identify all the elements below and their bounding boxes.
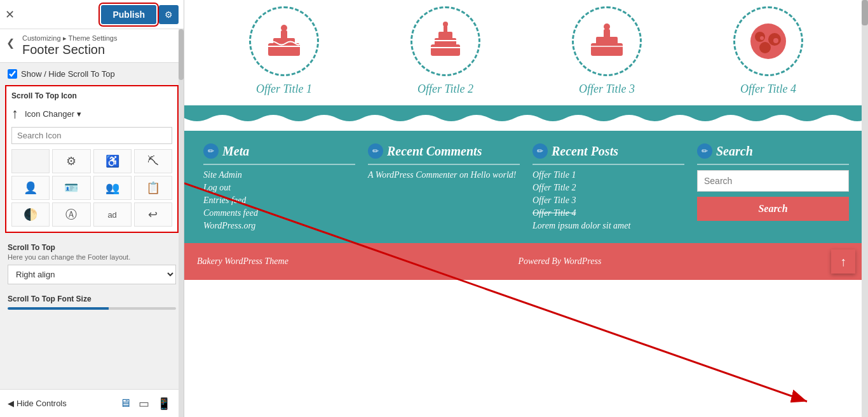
icon-cell-9[interactable]: Ⓐ	[52, 202, 90, 227]
mobile-icon-button[interactable]: 📱	[157, 397, 171, 411]
icon-changer-row: ↑ Icon Changer ▾	[11, 105, 172, 122]
rc-edit-icon[interactable]: ✏	[368, 143, 383, 159]
font-size-title: Scroll To Top Font Size	[8, 295, 176, 303]
panel-scroll-thumb	[179, 29, 184, 80]
icon-changer-label: Icon Changer	[25, 109, 74, 119]
hide-controls-icon: ◀	[8, 399, 14, 408]
align-title: Scroll To Top	[8, 243, 176, 252]
footer-link-comment-1[interactable]: A WordPress Commenter on Hello world!	[368, 170, 520, 180]
svg-point-3	[281, 25, 287, 31]
icon-cell-10[interactable]: ad	[93, 202, 132, 227]
align-section: Scroll To Top Here you can change the Fo…	[0, 238, 184, 289]
align-select[interactable]: Right align Left align Center align	[8, 265, 176, 284]
offer-circle-2	[410, 6, 480, 76]
chevron-down-icon: ▾	[77, 109, 81, 119]
publish-button[interactable]: Publish	[101, 5, 156, 24]
footer-content: ✏ Meta Site Admin Log out Entries feed C…	[184, 131, 868, 243]
back-button[interactable]: ❮	[6, 37, 15, 49]
show-hide-checkbox-row: Show / Hide Scroll To Top	[0, 63, 184, 85]
cake-icon-3	[585, 19, 629, 63]
left-panel: ✕ Publish ⚙ ❮ Customizing ▸ Theme Settin…	[0, 0, 184, 417]
icon-changer-dropdown[interactable]: Icon Changer ▾	[25, 109, 81, 119]
footer-col-recent-comments: ✏ Recent Comments A WordPress Commenter …	[368, 143, 520, 234]
show-hide-label: Show / Hide Scroll To Top	[21, 69, 115, 79]
right-scrollbar-thumb	[862, 0, 868, 25]
offer-circle-1	[249, 6, 319, 76]
footer-col-search: ✏ Search Search	[697, 143, 849, 234]
footer-link-comments-feed[interactable]: Comments feed	[203, 208, 355, 218]
icon-cell-2[interactable]: ♿	[93, 149, 132, 173]
arrow-up-icon: ↑	[11, 105, 18, 122]
meta-divider	[203, 164, 355, 165]
rp-divider	[532, 164, 684, 165]
offer-title-1: Offer Title 1	[256, 83, 312, 96]
rp-edit-icon[interactable]: ✏	[532, 143, 548, 159]
offer-item-3: Offer Title 3	[572, 6, 642, 96]
footer-col-recent-posts: ✏ Recent Posts Offer Title 1 Offer Title…	[532, 143, 684, 234]
svg-point-20	[759, 42, 771, 53]
footer-bottom-bar: Bakery WordPress Theme Powered By WordPr…	[184, 243, 868, 280]
search-icon-input[interactable]	[11, 127, 172, 144]
search-edit-icon[interactable]: ✏	[697, 143, 712, 159]
footer-search-button[interactable]: Search	[697, 197, 849, 221]
footer-wave-container: ✏ Meta Site Admin Log out Entries feed C…	[184, 105, 868, 417]
footer-search-input[interactable]	[697, 170, 849, 192]
icon-cell-11[interactable]: ↩	[134, 202, 172, 227]
desktop-icon-button[interactable]: 🖥	[119, 397, 131, 411]
font-size-slider[interactable]	[8, 307, 176, 310]
close-button[interactable]: ✕	[5, 8, 15, 22]
meta-title: Meta	[222, 144, 249, 159]
show-hide-checkbox[interactable]	[8, 69, 17, 79]
footer-link-post-5[interactable]: Lorem ipsum dolor sit amet	[532, 221, 684, 231]
cookie-icon	[746, 19, 790, 63]
offer-title-2: Offer Title 2	[417, 83, 473, 96]
rc-divider	[368, 164, 520, 165]
hide-controls-button[interactable]: ◀ Hide Controls	[8, 399, 67, 408]
icon-cell-5[interactable]: 🪪	[52, 176, 90, 200]
footer-col-rp-header: ✏ Recent Posts	[532, 143, 684, 159]
footer-col-rc-header: ✏ Recent Comments	[368, 143, 520, 159]
icon-cell-1[interactable]: ⚙	[52, 149, 90, 173]
icon-cell-6[interactable]: 👥	[93, 176, 132, 200]
svg-point-22	[773, 38, 778, 43]
icon-cell-empty-1[interactable]	[11, 149, 50, 173]
svg-point-15	[604, 23, 610, 30]
device-icons: 🖥 ▭ 📱	[119, 397, 171, 411]
svg-rect-5	[431, 44, 460, 56]
footer-link-post-2[interactable]: Offer Title 2	[532, 183, 684, 193]
offer-item-2: Offer Title 2	[410, 6, 480, 96]
footer-link-entries-feed[interactable]: Entries feed	[203, 195, 355, 206]
svg-point-17	[750, 23, 786, 59]
offer-title-4: Offer Title 4	[740, 83, 796, 96]
icon-cell-7[interactable]: 📋	[134, 176, 172, 200]
footer-columns: ✏ Meta Site Admin Log out Entries feed C…	[197, 131, 855, 243]
scroll-to-top-button[interactable]: ↑	[831, 249, 855, 274]
icon-cell-4[interactable]: 👤	[11, 176, 50, 200]
offer-circle-4	[733, 6, 803, 76]
tablet-icon-button[interactable]: ▭	[139, 397, 149, 411]
offers-section: Offer Title 1 Offer Title 2	[184, 0, 868, 105]
page-title: Footer Section	[22, 43, 165, 57]
gear-button[interactable]: ⚙	[159, 5, 179, 24]
svg-point-21	[760, 36, 764, 40]
footer-link-post-3[interactable]: Offer Title 3	[532, 195, 684, 206]
footer-link-wordpress-org[interactable]: WordPress.org	[203, 221, 355, 231]
footer-link-logout[interactable]: Log out	[203, 183, 355, 193]
icon-cell-8[interactable]: 🌓	[11, 202, 50, 227]
offer-item-4: Offer Title 4	[733, 6, 803, 96]
publish-area: Publish ⚙	[101, 5, 179, 24]
cake-icon-1	[262, 19, 306, 63]
icon-section-title: Scroll To Top Icon	[11, 91, 172, 100]
footer-link-post-4[interactable]: Offer Title 4	[532, 208, 684, 218]
right-scrollbar[interactable]	[862, 0, 868, 417]
icon-grid: ⚙ ♿ ⛏ 👤 🪪 👥 📋 🌓 Ⓐ ad ↩	[11, 149, 172, 227]
offer-item-1: Offer Title 1	[249, 6, 319, 96]
footer-link-site-admin[interactable]: Site Admin	[203, 170, 355, 180]
scroll-to-top-icon-section: Scroll To Top Icon ↑ Icon Changer ▾ ⚙ ♿ …	[5, 85, 179, 233]
meta-edit-icon[interactable]: ✏	[203, 143, 219, 159]
icon-cell-3[interactable]: ⛏	[134, 149, 172, 173]
rp-title: Recent Posts	[552, 144, 618, 159]
svg-rect-0	[268, 43, 300, 56]
footer-link-post-1[interactable]: Offer Title 1	[532, 170, 684, 180]
panel-scroll-track[interactable]	[179, 29, 184, 417]
